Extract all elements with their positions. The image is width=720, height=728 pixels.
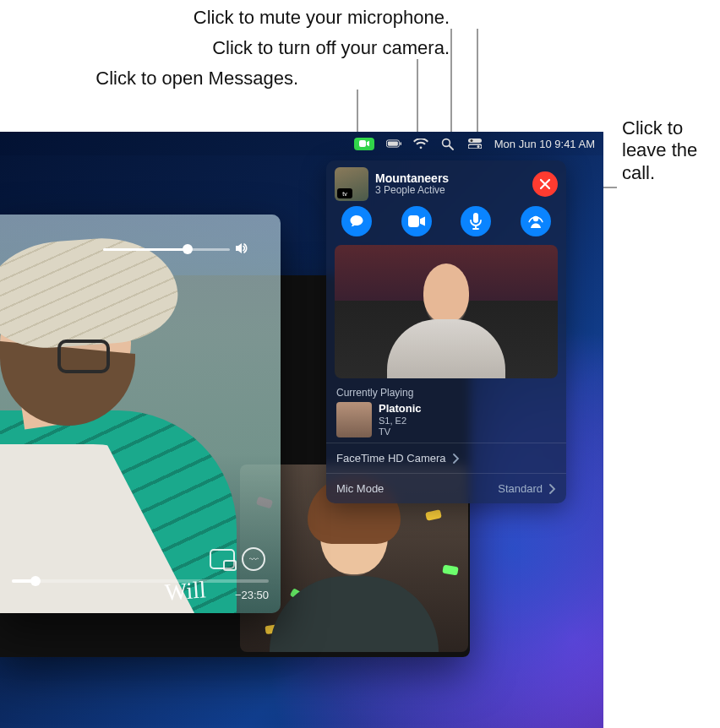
call-thumbnail: tv	[335, 167, 368, 201]
svg-rect-5	[468, 139, 482, 143]
pip-button[interactable]	[210, 549, 235, 569]
toggle-camera-button[interactable]	[401, 206, 432, 236]
callout-messages: Click to open Messages.	[95, 68, 298, 90]
menu-bar: Mon Jun 10 9:41 AM	[0, 132, 603, 155]
volume-slider-fill	[103, 248, 188, 251]
svg-rect-1	[388, 141, 398, 145]
menu-datetime[interactable]: Mon Jun 10 9:41 AM	[494, 138, 595, 150]
svg-rect-9	[408, 215, 419, 227]
media-title: Platonic	[379, 402, 422, 416]
shareplay-video-player: Will −23:50	[0, 215, 281, 613]
mic-mode-row[interactable]: Mic Mode Standard	[326, 473, 566, 503]
now-playing-item[interactable]: Platonic S1, E2 TV	[336, 402, 556, 437]
chevron-right-icon	[549, 484, 556, 494]
chevron-right-icon	[453, 454, 460, 464]
camera-select-row[interactable]: FaceTime HD Camera	[326, 443, 566, 473]
audio-mode-button[interactable]	[242, 547, 265, 571]
menu-wifi-icon[interactable]	[413, 136, 428, 151]
svg-rect-10	[473, 213, 478, 223]
mic-row-label: Mic Mode	[336, 482, 384, 495]
svg-rect-2	[400, 142, 401, 145]
mic-row-value: Standard	[498, 482, 543, 495]
menu-control-center-icon[interactable]	[467, 136, 483, 151]
volume-icon[interactable]	[233, 240, 250, 257]
menu-search-icon[interactable]	[440, 136, 455, 151]
svg-point-7	[470, 139, 472, 142]
desktop-wallpaper: Mon Jun 10 9:41 AM Will	[0, 132, 603, 728]
svg-rect-6	[468, 144, 482, 149]
callout-mute: Click to mute your microphone.	[194, 7, 450, 29]
svg-line-4	[450, 145, 454, 149]
toggle-mic-button[interactable]	[461, 206, 491, 236]
media-episode: S1, E2	[379, 416, 422, 426]
media-source: TV	[379, 426, 422, 437]
now-playing-label: Currently Playing	[336, 387, 556, 399]
volume-slider-knob[interactable]	[183, 244, 193, 254]
menu-facetime-icon[interactable]	[354, 138, 374, 150]
menu-battery-icon[interactable]	[386, 136, 401, 151]
svg-point-8	[477, 145, 479, 148]
open-messages-button[interactable]	[341, 206, 372, 236]
callout-leave: Click to leave the call.	[622, 117, 715, 184]
leave-call-button[interactable]	[532, 171, 558, 197]
call-title: Mountaneers	[375, 171, 449, 185]
callout-camera: Click to turn off your camera.	[212, 37, 450, 59]
progress-knob[interactable]	[30, 576, 41, 586]
progress-track[interactable]	[12, 579, 269, 583]
shareplay-button[interactable]	[521, 206, 551, 236]
camera-row-label: FaceTime HD Camera	[336, 452, 446, 465]
time-remaining: −23:50	[235, 589, 269, 601]
self-preview	[335, 245, 558, 378]
facetime-dropdown-panel: tv Mountaneers 3 People Active	[326, 160, 566, 503]
appletv-badge-icon: tv	[337, 188, 352, 198]
media-artwork	[336, 402, 372, 437]
call-subtitle: 3 People Active	[375, 185, 449, 197]
